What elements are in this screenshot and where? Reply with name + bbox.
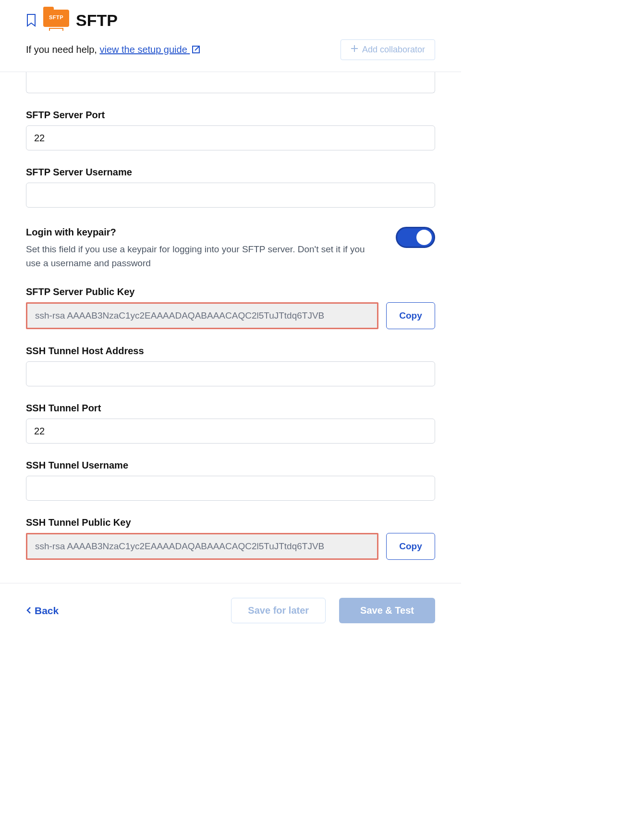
footer: Back Save for later Save & Test	[0, 583, 461, 642]
ssh-public-key-value: ssh-rsa AAAAB3NzaC1yc2EAAAADAQABAAACAQC2…	[26, 533, 378, 560]
server-username-label: SFTP Server Username	[26, 167, 435, 178]
ssh-username-input[interactable]	[26, 476, 435, 501]
page-header: SFTP SFTP If you need help, view the set…	[0, 0, 461, 72]
help-text: If you need help, view the setup guide	[26, 44, 200, 55]
form: SFTP Server Port SFTP Server Username Lo…	[0, 72, 461, 560]
plus-icon	[351, 45, 358, 55]
copy-server-key-button[interactable]: Copy	[386, 302, 435, 329]
save-and-test-button[interactable]: Save & Test	[339, 598, 435, 623]
ssh-port-label: SSH Tunnel Port	[26, 403, 435, 414]
previous-field-input[interactable]	[26, 72, 435, 93]
ssh-host-label: SSH Tunnel Host Address	[26, 346, 435, 357]
setup-guide-link[interactable]: view the setup guide	[99, 44, 200, 55]
bookmark-icon[interactable]	[26, 13, 37, 27]
chevron-left-icon	[26, 605, 32, 617]
login-keypair-label: Login with keypair?	[26, 227, 381, 238]
back-button[interactable]: Back	[26, 605, 59, 617]
ssh-port-input[interactable]	[26, 419, 435, 444]
server-port-label: SFTP Server Port	[26, 110, 435, 121]
server-public-key-value: ssh-rsa AAAAB3NzaC1yc2EAAAADAQABAAACAQC2…	[26, 302, 378, 329]
ssh-username-label: SSH Tunnel Username	[26, 460, 435, 471]
server-port-input[interactable]	[26, 125, 435, 150]
copy-ssh-key-button[interactable]: Copy	[386, 533, 435, 560]
server-public-key-label: SFTP Server Public Key	[26, 286, 435, 297]
add-collaborator-button[interactable]: Add collaborator	[341, 39, 435, 60]
login-keypair-toggle[interactable]	[396, 227, 435, 248]
sftp-logo-icon: SFTP	[43, 10, 69, 31]
save-for-later-button[interactable]: Save for later	[231, 598, 326, 623]
ssh-host-input[interactable]	[26, 361, 435, 386]
toggle-knob	[416, 230, 432, 245]
server-username-input[interactable]	[26, 183, 435, 208]
login-keypair-description: Set this field if you use a keypair for …	[26, 243, 381, 270]
page-title: SFTP	[76, 11, 118, 30]
ssh-public-key-label: SSH Tunnel Public Key	[26, 517, 435, 528]
